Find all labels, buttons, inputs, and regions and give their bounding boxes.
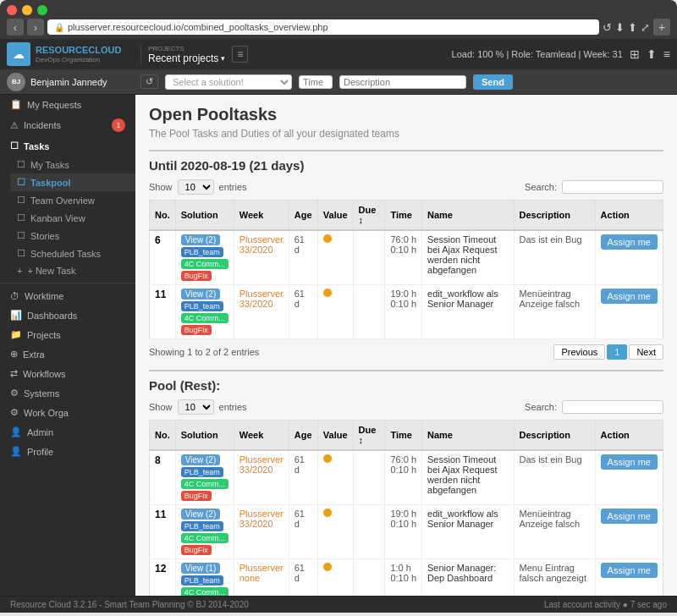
share-button[interactable]: ⬆: [628, 21, 637, 34]
sidebar-item-my-requests[interactable]: 📋 My Requests: [0, 95, 135, 114]
cell-week: Plusserver33/2020: [234, 450, 289, 505]
projects-current[interactable]: Recent projects ▾: [148, 52, 225, 64]
hamburger-button[interactable]: ≡: [232, 46, 248, 63]
assign-button[interactable]: Assign me: [601, 563, 658, 578]
sidebar-item-dashboards[interactable]: 📊 Dashboards: [0, 305, 135, 325]
table1-page1[interactable]: 1: [607, 344, 627, 360]
sidebar-item-worktime[interactable]: ⏱ Worktime: [0, 287, 135, 305]
sidebar-item-incidents[interactable]: ⚠ Incidents 1: [0, 114, 135, 136]
sidebar-item-stories[interactable]: ☐ Stories: [10, 227, 135, 245]
assign-button[interactable]: Assign me: [601, 454, 658, 470]
th-week-2[interactable]: Week: [234, 421, 289, 451]
view-button[interactable]: View (2): [181, 509, 221, 520]
sidebar-item-scheduled[interactable]: ☐ Scheduled Tasks: [10, 245, 135, 262]
cell-name: edit_workflow als Senior Manager: [422, 505, 515, 559]
cell-action[interactable]: Assign me: [595, 285, 663, 339]
th-week-1[interactable]: Week: [234, 201, 289, 231]
description-input[interactable]: [339, 75, 466, 89]
view-button[interactable]: View (2): [181, 234, 221, 245]
extra-icon: ⊕: [10, 349, 18, 360]
maximize-button[interactable]: ⤢: [641, 21, 650, 34]
solution-select[interactable]: Select a solution!: [165, 74, 292, 90]
sidebar-item-kanban[interactable]: ☐ Kanban View: [10, 209, 135, 227]
cell-due: [353, 505, 385, 559]
menu-icon-button[interactable]: ≡: [663, 47, 670, 61]
forward-button[interactable]: ›: [27, 19, 44, 36]
user-info: BJ Benjamin Jannedy: [7, 73, 134, 91]
th-age-2[interactable]: Age: [289, 421, 317, 451]
th-solution-2[interactable]: Solution: [175, 421, 234, 451]
cell-action[interactable]: Assign me: [595, 450, 663, 505]
assign-button[interactable]: Assign me: [601, 289, 658, 304]
th-time-1[interactable]: Time: [385, 201, 422, 231]
sidebar-item-profile[interactable]: 👤 Profile: [0, 442, 135, 461]
cell-age: 61 d: [289, 450, 317, 505]
cell-action[interactable]: Assign me: [595, 505, 663, 559]
assign-button[interactable]: Assign me: [601, 234, 658, 250]
cell-action[interactable]: Assign me: [595, 559, 663, 597]
cell-time: 76:0 h0:10 h: [385, 450, 422, 505]
th-desc-2[interactable]: Description: [514, 421, 595, 451]
entries-select-2[interactable]: 10: [178, 399, 214, 415]
time-input[interactable]: [299, 75, 333, 89]
sidebar-item-new-task[interactable]: + + New Task: [10, 262, 135, 279]
sidebar-item-projects[interactable]: 📁 Projects: [0, 325, 135, 344]
th-due-1[interactable]: Due ↕: [353, 201, 385, 231]
th-no-2: No.: [150, 421, 176, 451]
send-button[interactable]: Send: [473, 74, 513, 90]
view-button[interactable]: View (2): [181, 289, 221, 300]
new-tab-button[interactable]: +: [653, 19, 670, 36]
upload-icon-button[interactable]: ⬆: [647, 47, 657, 61]
assign-button[interactable]: Assign me: [601, 509, 658, 524]
th-due-2[interactable]: Due ↕: [353, 421, 385, 451]
sidebar-item-work-orga[interactable]: ⚙ Work Orga: [0, 403, 135, 422]
th-name-2[interactable]: Name: [422, 421, 515, 451]
cell-solution: View (2) PLB_team 4C Comm... BugFix: [175, 230, 234, 285]
table1: No. Solution Week Age Value Due ↕ Time N…: [149, 200, 663, 339]
th-name-1[interactable]: Name: [422, 201, 515, 231]
th-value-2[interactable]: Value: [317, 421, 353, 451]
sidebar-item-my-tasks[interactable]: ☐ My Tasks: [10, 156, 135, 173]
entries-select-1[interactable]: 10: [178, 179, 214, 195]
sidebar-item-taskpool[interactable]: ☐ Taskpool: [10, 173, 135, 191]
cell-no: 12: [150, 559, 176, 597]
cell-week: Plusservernone: [234, 559, 289, 597]
sidebar-item-tasks[interactable]: ☐ Tasks: [0, 136, 135, 156]
grid-icon-button[interactable]: ⊞: [630, 47, 640, 61]
search-input-1[interactable]: [562, 180, 663, 194]
section1-title: Until 2020-08-19 (21 days): [149, 150, 663, 173]
th-age-1[interactable]: Age: [289, 201, 317, 231]
table-row: 11 View (2) PLB_team 4C Comm... BugFix P…: [150, 285, 663, 339]
logo-subtext: DevOps Organization: [36, 56, 121, 63]
sidebar-item-workflows[interactable]: ⇄ Workflows: [0, 364, 135, 383]
search-input-2[interactable]: [562, 400, 663, 414]
systems-icon: ⚙: [10, 388, 19, 399]
tab-dot-red[interactable]: [7, 5, 17, 15]
tab-dot-yellow[interactable]: [22, 5, 32, 15]
table1-prev[interactable]: Previous: [553, 344, 605, 360]
view-button[interactable]: View (1): [181, 563, 221, 574]
refresh-button[interactable]: ↺: [140, 74, 158, 89]
app-container: ☁ RESOURCECLOUD DevOps Organization PROJ…: [0, 39, 677, 613]
sidebar-item-admin[interactable]: 👤 Admin: [0, 422, 135, 442]
scheduled-icon: ☐: [17, 248, 25, 259]
app-footer: Resource Cloud 3.2.16 - Smart Team Plann…: [0, 596, 677, 613]
tab-dot-green[interactable]: [37, 5, 47, 15]
th-time-2[interactable]: Time: [385, 421, 422, 451]
cell-due: [353, 559, 385, 597]
table1-controls: Show 10 entries Search:: [149, 179, 663, 195]
cell-description: Menu Eintrag falsch angezeigt: [514, 559, 595, 597]
download-button[interactable]: ⬇: [615, 21, 625, 34]
th-desc-1[interactable]: Description: [514, 201, 595, 231]
cell-time: 76:0 h0:10 h: [385, 230, 422, 285]
cell-action[interactable]: Assign me: [595, 230, 663, 285]
back-button[interactable]: ‹: [7, 19, 24, 36]
view-button[interactable]: View (2): [181, 454, 221, 465]
sidebar-item-systems[interactable]: ⚙ Systems: [0, 383, 135, 403]
reload-button[interactable]: ↺: [603, 21, 612, 34]
th-solution-1[interactable]: Solution: [175, 201, 234, 231]
sidebar-item-team-overview[interactable]: ☐ Team Overview: [10, 191, 135, 209]
table1-next[interactable]: Next: [629, 344, 663, 360]
th-value-1[interactable]: Value: [317, 201, 353, 231]
sidebar-item-extra[interactable]: ⊕ Extra: [0, 344, 135, 364]
